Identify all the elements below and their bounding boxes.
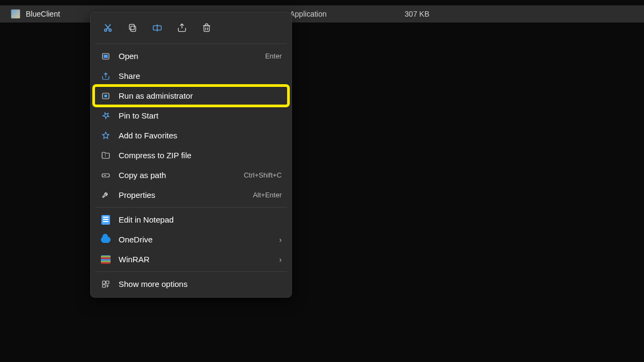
svg-rect-12: [103, 284, 105, 287]
menu-label: Properties: [119, 190, 253, 200]
context-menu: Open Enter Share Run as administrator Pi…: [90, 12, 292, 298]
menu-label: Open: [119, 51, 265, 61]
file-name: BlueClient: [26, 10, 60, 18]
winrar-icon: [100, 254, 111, 265]
chevron-right-icon: ›: [279, 255, 282, 264]
svg-rect-3: [129, 24, 134, 29]
more-icon: [100, 279, 111, 290]
svg-rect-2: [131, 26, 136, 32]
zip-icon: [100, 150, 111, 161]
chevron-right-icon: ›: [279, 235, 282, 244]
pin-icon: [100, 110, 111, 121]
application-icon: [11, 9, 20, 19]
svg-point-0: [105, 29, 107, 31]
svg-point-1: [109, 29, 111, 31]
menu-shortcut: Enter: [265, 52, 282, 60]
shield-icon: [100, 91, 111, 101]
divider: [95, 207, 287, 208]
menu-item-show-more[interactable]: Show more options: [94, 274, 288, 294]
menu-item-compress[interactable]: Compress to ZIP file: [94, 145, 288, 165]
menu-item-properties[interactable]: Properties Alt+Enter: [94, 185, 288, 205]
menu-item-run-as-admin[interactable]: Run as administrator: [94, 86, 288, 106]
open-icon: [100, 51, 111, 62]
copy-button[interactable]: [122, 18, 143, 38]
svg-rect-5: [204, 26, 209, 32]
menu-item-open[interactable]: Open Enter: [94, 46, 288, 66]
menu-label: Compress to ZIP file: [119, 151, 282, 160]
divider: [95, 271, 287, 272]
svg-rect-11: [106, 281, 109, 284]
path-icon: [100, 170, 111, 181]
menu-item-winrar[interactable]: WinRAR ›: [94, 249, 288, 269]
menu-item-pin-start[interactable]: Pin to Start: [94, 106, 288, 125]
menu-shortcut: Alt+Enter: [253, 191, 282, 199]
cut-button[interactable]: [97, 18, 119, 38]
menu-item-onedrive[interactable]: OneDrive ›: [94, 230, 288, 249]
menu-label: Copy as path: [119, 171, 244, 180]
menu-label: Share: [119, 71, 282, 80]
menu-label: Edit in Notepad: [119, 215, 282, 224]
onedrive-icon: [100, 234, 111, 245]
share-out-icon: [100, 71, 111, 82]
quick-action-row: [94, 16, 288, 41]
menu-label: Run as administrator: [119, 91, 282, 100]
notepad-icon: [100, 215, 111, 225]
svg-rect-7: [104, 55, 108, 58]
menu-label: OneDrive: [119, 235, 275, 244]
menu-label: WinRAR: [119, 255, 275, 264]
svg-rect-10: [103, 281, 105, 284]
delete-button[interactable]: [196, 18, 217, 38]
share-button[interactable]: [171, 18, 193, 38]
menu-label: Add to Favorites: [119, 131, 282, 140]
wrench-icon: [100, 190, 111, 201]
menu-item-share[interactable]: Share: [94, 66, 288, 86]
menu-item-notepad[interactable]: Edit in Notepad: [94, 210, 288, 230]
menu-label: Show more options: [119, 279, 282, 289]
menu-label: Pin to Start: [119, 111, 282, 120]
file-size: 307 KB: [381, 10, 429, 18]
rename-button[interactable]: [147, 18, 168, 38]
menu-item-favorites[interactable]: Add to Favorites: [94, 125, 288, 145]
divider: [95, 43, 287, 44]
menu-item-copy-path[interactable]: Copy as path Ctrl+Shift+C: [94, 165, 288, 185]
star-icon: [100, 130, 111, 141]
file-type: Application: [290, 10, 381, 18]
menu-shortcut: Ctrl+Shift+C: [244, 171, 282, 179]
